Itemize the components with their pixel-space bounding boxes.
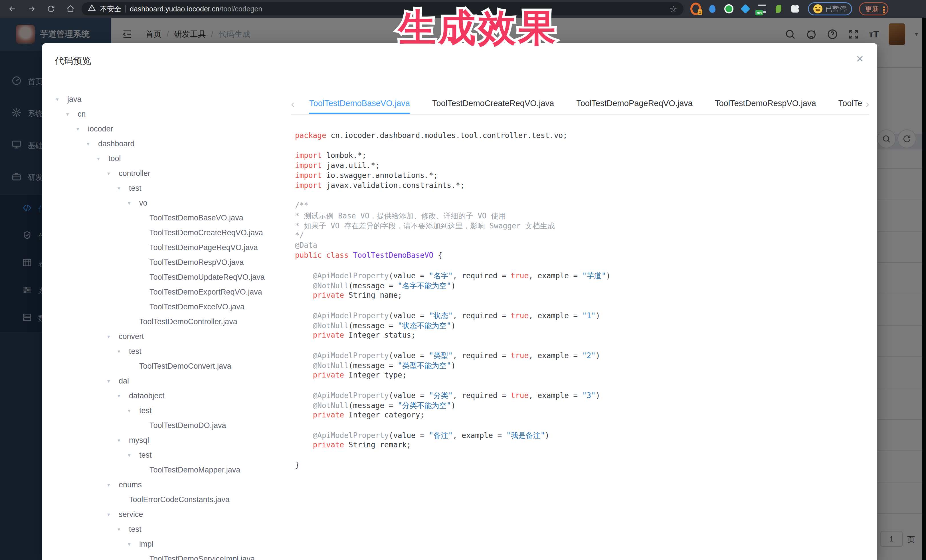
caret-down-icon[interactable]: ▾ xyxy=(118,392,129,399)
tree-file-row[interactable]: ToolTestDemoExportReqVO.java xyxy=(54,285,285,299)
code-line: @ApiModelProperty(value = "状态", required… xyxy=(295,311,872,321)
tree-folder-row[interactable]: ▾test xyxy=(54,344,285,359)
code-line: @ApiModelProperty(value = "名字", required… xyxy=(295,271,872,281)
code-line: @Data xyxy=(295,241,872,251)
tree-folder-row[interactable]: ▾controller xyxy=(54,166,285,181)
tree-folder-row[interactable]: ▾test xyxy=(54,448,285,462)
tree-node-label: vo xyxy=(139,199,147,208)
tabs-scroll-left-icon[interactable]: ‹ xyxy=(291,99,300,110)
url-bar[interactable]: 不安全 dashboard.yudao.iocoder.cn/tool/code… xyxy=(82,2,684,15)
tab-tooltestdemorespvo-java[interactable]: ToolTestDemoRespVO.java xyxy=(715,94,816,114)
reload-icon[interactable] xyxy=(43,2,59,15)
caret-down-icon[interactable]: ▾ xyxy=(107,333,119,340)
close-icon[interactable]: × xyxy=(856,53,864,65)
code-line: import java.util.*; xyxy=(295,161,872,171)
tree-node-label: service xyxy=(119,510,143,519)
caret-down-icon[interactable]: ▾ xyxy=(97,155,108,162)
tree-folder-row[interactable]: ▾dataobject xyxy=(54,388,285,403)
home-icon[interactable] xyxy=(62,2,79,15)
tree-file-row[interactable]: ToolErrorCodeConstants.java xyxy=(54,492,285,507)
tab-toolte[interactable]: ToolTe xyxy=(838,94,866,114)
caret-down-icon[interactable]: ▾ xyxy=(128,200,139,207)
tree-file-row[interactable]: ToolTestDemoPageReqVO.java xyxy=(54,240,285,255)
tree-file-row[interactable]: ToolTestDemoController.java xyxy=(54,314,285,329)
blue-drop-icon[interactable] xyxy=(707,3,718,14)
code-line: @ApiModelProperty(value = "分类", required… xyxy=(295,391,872,401)
code-line: @NotNull(message = "名字不能为空") xyxy=(295,281,872,291)
code-line: @NotNull(message = "分类不能为空") xyxy=(295,401,872,411)
caret-down-icon[interactable]: ▾ xyxy=(118,437,129,444)
tree-file-row[interactable]: ToolTestDemoServiceImpl.java xyxy=(54,551,285,560)
green-circle-icon[interactable] xyxy=(723,3,734,14)
caret-down-icon[interactable]: ▾ xyxy=(66,111,77,118)
caret-down-icon[interactable]: ▾ xyxy=(107,482,119,488)
code-line: import lombok.*; xyxy=(295,151,872,161)
warning-icon xyxy=(88,4,96,14)
tree-folder-row[interactable]: ▾java xyxy=(54,92,285,107)
tree-file-row[interactable]: ToolTestDemoBaseVO.java xyxy=(54,210,285,225)
code-line: @ApiModelProperty(value = "备注", example … xyxy=(295,430,872,441)
tree-node-label: ToolTestDemoExcelVO.java xyxy=(150,302,245,311)
tree-file-row[interactable]: ToolTestDemoUpdateReqVO.java xyxy=(54,270,285,285)
paused-extension-pill[interactable]: 已暂停 xyxy=(808,2,852,15)
url-text: dashboard.yudao.iocoder.cn/tool/codegen xyxy=(130,5,262,13)
tree-file-row[interactable]: ToolTestDemoExcelVO.java xyxy=(54,299,285,314)
tree-folder-row[interactable]: ▾test xyxy=(54,181,285,196)
tabs-scroll-right-icon[interactable]: › xyxy=(865,99,869,110)
forward-icon[interactable] xyxy=(23,2,40,15)
code-line: @NotNull(message = "状态不能为空") xyxy=(295,321,872,331)
caret-down-icon[interactable]: ▾ xyxy=(56,96,67,103)
tree-folder-row[interactable]: ▾dal xyxy=(54,374,285,388)
security-label: 不安全 xyxy=(100,4,121,14)
list-icon[interactable]: on xyxy=(757,3,767,14)
tree-folder-row[interactable]: ▾test xyxy=(54,403,285,418)
blue-diamond-icon[interactable] xyxy=(740,3,751,14)
tree-folder-row[interactable]: ▾tool xyxy=(54,151,285,166)
browser-menu-icon[interactable]: ••• xyxy=(883,5,885,13)
tree-folder-row[interactable]: ▾enums xyxy=(54,477,285,492)
tree-folder-row[interactable]: ▾dashboard xyxy=(54,136,285,151)
caret-down-icon[interactable]: ▾ xyxy=(76,126,88,132)
caret-down-icon[interactable]: ▾ xyxy=(128,541,139,548)
caret-down-icon[interactable]: ▾ xyxy=(107,378,119,384)
tab-tooltestdemocreatereqvo-java[interactable]: ToolTestDemoCreateReqVO.java xyxy=(432,94,554,114)
tree-file-row[interactable]: ToolTestDemoMapper.java xyxy=(54,462,285,477)
back-icon[interactable] xyxy=(4,2,21,15)
tree-node-label: ToolTestDemoController.java xyxy=(139,317,238,326)
tree-folder-row[interactable]: ▾test xyxy=(54,522,285,537)
tree-folder-row[interactable]: ▾iocoder xyxy=(54,121,285,136)
caret-down-icon[interactable]: ▾ xyxy=(118,185,129,192)
tree-folder-row[interactable]: ▾impl xyxy=(54,537,285,551)
tab-tooltestdemobasevo-java[interactable]: ToolTestDemoBaseVO.java xyxy=(309,94,410,114)
caret-down-icon[interactable]: ▾ xyxy=(118,526,129,533)
caret-down-icon[interactable]: ▾ xyxy=(107,511,119,518)
code-line xyxy=(295,341,872,351)
tree-file-row[interactable]: ToolTestDemoDO.java xyxy=(54,418,285,433)
code-panel: ‹ ToolTestDemoBaseVO.javaToolTestDemoCre… xyxy=(291,94,869,115)
puzzle-icon[interactable] xyxy=(790,3,800,14)
bookmark-star-icon[interactable]: ☆ xyxy=(670,4,677,14)
caret-down-icon[interactable]: ▾ xyxy=(87,140,98,147)
caret-down-icon[interactable]: ▾ xyxy=(107,170,119,177)
code-line: private Integer status; xyxy=(295,331,872,341)
green-plant-icon[interactable] xyxy=(773,3,784,14)
tree-folder-row[interactable]: ▾mysql xyxy=(54,433,285,448)
tree-folder-row[interactable]: ▾cn xyxy=(54,107,285,121)
chrome-update-button[interactable]: 更新 ••• xyxy=(859,2,888,15)
code-line xyxy=(295,421,872,430)
tree-folder-row[interactable]: ▾convert xyxy=(54,329,285,344)
tab-tooltestdemopagereqvo-java[interactable]: ToolTestDemoPageReqVO.java xyxy=(576,94,693,114)
tree-file-row[interactable]: ToolTestDemoConvert.java xyxy=(54,359,285,374)
tree-file-row[interactable]: ToolTestDemoCreateReqVO.java xyxy=(54,225,285,240)
annotation-fill: 生成效果 xyxy=(398,7,558,49)
caret-down-icon[interactable]: ▾ xyxy=(118,348,129,355)
orange-ring-icon[interactable]: 1 xyxy=(690,3,701,14)
tree-node-label: dal xyxy=(119,377,129,385)
caret-down-icon[interactable]: ▾ xyxy=(128,452,139,459)
caret-down-icon[interactable]: ▾ xyxy=(128,408,139,414)
tree-folder-row[interactable]: ▾vo xyxy=(54,196,285,210)
tree-file-row[interactable]: ToolTestDemoRespVO.java xyxy=(54,255,285,270)
code-line: @NotNull(message = "类型不能为空") xyxy=(295,361,872,371)
emoji-face-icon xyxy=(813,4,822,14)
tree-folder-row[interactable]: ▾service xyxy=(54,507,285,522)
